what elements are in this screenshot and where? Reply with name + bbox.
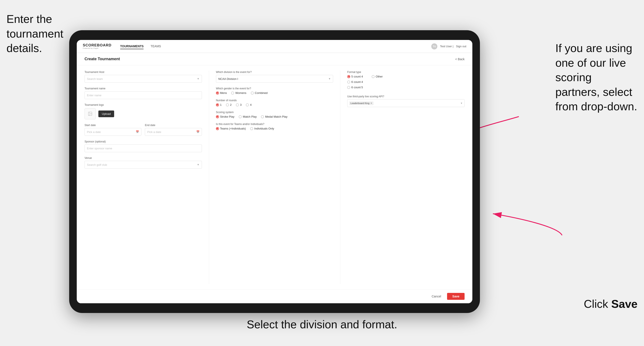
navbar-right: TU Test User | Sign out xyxy=(431,43,466,49)
logo-upload-row: Upload xyxy=(84,108,202,119)
tournament-host-label: Tournament Host xyxy=(84,71,202,74)
logo-placeholder xyxy=(84,108,96,119)
start-date-input[interactable]: Pick a date 📅 xyxy=(84,128,142,136)
brand-sub: Powered by Clippit xyxy=(83,47,112,49)
venue-input[interactable]: Search golf club ▼ xyxy=(84,161,202,169)
division-select[interactable]: NCAA Division I ▼ xyxy=(216,75,333,83)
rounds-3-radio[interactable] xyxy=(236,103,239,106)
live-scoring-label: Use third-party live scoring API? xyxy=(347,95,464,98)
upload-button[interactable]: Upload xyxy=(98,111,114,117)
nav-tournaments[interactable]: TOURNAMENTS xyxy=(120,44,144,49)
annotation-bottom-right: Click Save xyxy=(584,297,638,312)
page-title: Create Tournament xyxy=(84,57,120,61)
format-other-radio[interactable] xyxy=(372,75,375,78)
scoring-radio-group: Stroke Play Match Play Medal Match Play xyxy=(216,115,333,118)
rounds-group: Number of rounds 1 2 xyxy=(216,99,333,106)
format-type-label: Format type xyxy=(347,71,464,74)
tournament-host-placeholder: Search team xyxy=(87,77,103,81)
scoring-medal-radio[interactable] xyxy=(261,115,264,118)
gender-womens[interactable]: Womens xyxy=(231,91,246,95)
scoring-medal-label: Medal Match Play xyxy=(265,115,287,118)
rounds-1-label: 1 xyxy=(220,103,222,106)
gender-mens-radio[interactable] xyxy=(216,92,219,95)
format-col-left: 5 count 4 6 count 4 6 count 5 xyxy=(347,75,363,89)
rounds-2[interactable]: 2 xyxy=(226,103,232,106)
event-individuals[interactable]: Individuals Only xyxy=(250,127,274,130)
rounds-1[interactable]: 1 xyxy=(216,103,222,106)
gender-womens-radio[interactable] xyxy=(231,92,234,95)
event-type-label: Is this event for Teams and/or Individua… xyxy=(216,123,333,126)
annotation-top-right: If you are using one of our live scoring… xyxy=(555,41,638,114)
sponsor-input[interactable]: Enter sponsor name xyxy=(84,144,202,152)
gender-combined-radio[interactable] xyxy=(251,92,254,95)
sign-out-link[interactable]: Sign out xyxy=(456,45,466,48)
rounds-4-radio[interactable] xyxy=(246,103,249,106)
live-scoring-tag: Leaderboard King ✕ xyxy=(349,101,373,105)
gender-combined[interactable]: Combined xyxy=(251,91,268,95)
tournament-logo-group: Tournament logo Upload xyxy=(84,103,202,119)
event-individuals-label: Individuals Only xyxy=(254,127,274,130)
format-6count4[interactable]: 6 count 4 xyxy=(347,80,363,84)
back-link[interactable]: < Back xyxy=(455,57,464,61)
event-teams-label: Teams (+Individuals) xyxy=(220,127,246,130)
scoring-group: Scoring system Stroke Play Match Play xyxy=(216,111,333,118)
format-5count4[interactable]: 5 count 4 xyxy=(347,75,363,78)
event-teams-radio[interactable] xyxy=(216,127,219,130)
live-scoring-remove[interactable]: ✕ xyxy=(370,102,372,105)
format-6count4-radio[interactable] xyxy=(347,81,350,84)
tournament-name-label: Tournament name xyxy=(84,87,202,90)
gender-mens-label: Mens xyxy=(220,91,227,95)
scoring-match-radio[interactable] xyxy=(239,115,242,118)
form-col-right: Format type 5 count 4 6 count 4 xyxy=(340,71,464,284)
rounds-4[interactable]: 4 xyxy=(246,103,252,106)
scoring-medal-match[interactable]: Medal Match Play xyxy=(261,115,287,118)
gender-womens-label: Womens xyxy=(235,91,246,95)
rounds-1-radio[interactable] xyxy=(216,103,219,106)
end-date-label: End date xyxy=(145,124,202,127)
end-date-input[interactable]: Pick a date 📅 xyxy=(145,128,202,136)
form-footer: Cancel Save xyxy=(77,289,472,303)
gender-radio-group: Mens Womens Combined xyxy=(216,91,333,95)
rounds-2-radio[interactable] xyxy=(226,103,229,106)
gender-group: Which gender is the event for? Mens Wome… xyxy=(216,87,333,95)
tournament-host-input[interactable]: Search team ▼ xyxy=(84,75,202,83)
venue-placeholder: Search golf club xyxy=(87,163,107,167)
end-date-placeholder: Pick a date xyxy=(147,130,161,134)
form-col-left: Tournament Host Search team ▼ Tournament… xyxy=(84,71,209,284)
svg-point-6 xyxy=(89,113,90,113)
scoring-stroke[interactable]: Stroke Play xyxy=(216,115,234,118)
rounds-3[interactable]: 3 xyxy=(236,103,242,106)
format-6count5-radio[interactable] xyxy=(347,86,350,89)
user-avatar: TU xyxy=(431,43,437,49)
page-header: Create Tournament < Back xyxy=(77,53,472,65)
event-teams[interactable]: Teams (+Individuals) xyxy=(216,127,246,130)
event-type-radio-group: Teams (+Individuals) Individuals Only xyxy=(216,127,333,130)
tournament-name-input[interactable]: Enter name xyxy=(84,91,202,99)
cancel-button[interactable]: Cancel xyxy=(428,293,445,300)
scoring-match[interactable]: Match Play xyxy=(239,115,256,118)
save-button[interactable]: Save xyxy=(447,293,464,300)
sponsor-placeholder: Enter sponsor name xyxy=(87,147,112,150)
annotation-bottom-center: Select the division and format. xyxy=(247,317,397,332)
tournament-logo-label: Tournament logo xyxy=(84,103,202,106)
tablet-screen: SCOREBOARD Powered by Clippit TOURNAMENT… xyxy=(77,40,472,303)
brand-title: SCOREBOARD xyxy=(83,43,112,47)
nav-teams[interactable]: TEAMS xyxy=(150,44,161,49)
live-scoring-chevron: ▼ xyxy=(460,102,463,104)
date-row: Start date Pick a date 📅 End date Pick a… xyxy=(84,124,202,140)
event-individuals-radio[interactable] xyxy=(250,127,253,130)
tournament-name-placeholder: Enter name xyxy=(87,94,102,97)
gender-combined-label: Combined xyxy=(255,91,268,95)
form-body: Tournament Host Search team ▼ Tournament… xyxy=(77,65,472,289)
format-6count5[interactable]: 6 count 5 xyxy=(347,86,363,89)
live-scoring-input[interactable]: Leaderboard King ✕ ▼ xyxy=(347,99,464,107)
format-5count4-radio[interactable] xyxy=(347,75,350,78)
user-name: Test User | xyxy=(440,45,453,48)
format-other[interactable]: Other xyxy=(372,75,383,78)
format-type-group: Format type 5 count 4 6 count 4 xyxy=(347,71,464,89)
start-date-placeholder: Pick a date xyxy=(87,130,101,134)
format-6count5-label: 6 count 5 xyxy=(351,86,363,89)
gender-mens[interactable]: Mens xyxy=(216,91,227,95)
format-section: 5 count 4 6 count 4 6 count 5 xyxy=(347,75,464,89)
scoring-stroke-radio[interactable] xyxy=(216,115,219,118)
